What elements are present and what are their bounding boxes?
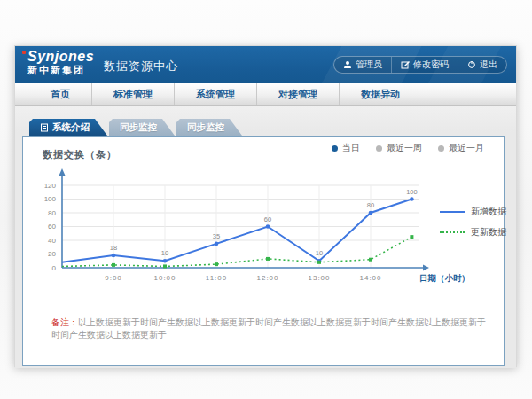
range-filter-1[interactable]: 最近一周 <box>376 142 422 154</box>
nav-item-0[interactable]: 首页 <box>29 83 91 105</box>
user-menu-item-2[interactable]: 退出 <box>458 57 506 73</box>
chart-y-axis-title: 数据交换（条） <box>43 148 117 161</box>
svg-text:20: 20 <box>48 250 56 258</box>
svg-text:80: 80 <box>48 209 56 217</box>
legend-label: 更新数据 <box>471 226 506 239</box>
tab-0[interactable]: 系统介绍 <box>29 119 107 136</box>
chart-panel: 当日最近一周最近一月 数据交换（条） 0204060801001209:0010… <box>22 136 505 366</box>
svg-text:10: 10 <box>316 249 323 257</box>
footnote: 备注：以上数据更新于时间产生数据以上数据更新于时间产生数据以上数据更新于时间产生… <box>51 317 488 341</box>
nav-item-1[interactable]: 标准管理 <box>91 83 174 105</box>
user-menu-label: 修改密码 <box>413 59 449 71</box>
range-filter-label: 最近一月 <box>449 142 484 154</box>
nav-item-4[interactable]: 数据异动 <box>339 83 421 105</box>
svg-text:18: 18 <box>110 244 117 252</box>
radio-icon <box>332 145 338 152</box>
power-icon <box>467 60 476 69</box>
svg-text:10:00: 10:00 <box>153 274 176 282</box>
radio-icon <box>438 145 444 152</box>
chart-svg: 0204060801001209:0010:0011:0012:0013:001… <box>28 163 472 296</box>
series-legend: 新增数据更新数据 <box>440 206 506 239</box>
footnote-text: 以上数据更新于时间产生数据以上数据更新于时间产生数据以上数据更新于时间产生数据以… <box>51 317 486 340</box>
svg-text:14:00: 14:00 <box>359 274 381 282</box>
svg-text:60: 60 <box>48 223 56 231</box>
range-filter-label: 最近一周 <box>387 142 422 154</box>
tab-label: 同步监控 <box>120 121 157 134</box>
svg-text:0: 0 <box>52 264 57 272</box>
main-nav: 首页标准管理系统管理对接管理数据异动 <box>15 83 516 106</box>
tab-label: 同步监控 <box>187 121 224 134</box>
svg-text:35: 35 <box>213 232 220 240</box>
svg-text:80: 80 <box>367 201 374 209</box>
range-filter-0[interactable]: 当日 <box>332 142 360 154</box>
app-header: Synjones 新中新集团 数据资源中心 管理员修改密码退出 <box>15 46 516 83</box>
tab-label: 系统介绍 <box>52 121 90 134</box>
edit-icon <box>401 60 410 69</box>
tab-2[interactable]: 同步监控 <box>176 119 242 136</box>
nav-item-2[interactable]: 系统管理 <box>174 83 256 105</box>
tab-1[interactable]: 同步监控 <box>109 119 175 136</box>
svg-text:10: 10 <box>161 249 168 257</box>
content-area: 系统介绍同步监控同步监控 当日最近一周最近一月 数据交换（条） 02040608… <box>15 106 516 368</box>
user-menu-item-1[interactable]: 修改密码 <box>391 57 458 73</box>
svg-text:9:00: 9:00 <box>105 274 122 282</box>
user-icon <box>343 60 352 69</box>
svg-text:日期（小时）: 日期（小时） <box>419 273 470 284</box>
range-filter-label: 当日 <box>342 142 360 154</box>
nav-item-3[interactable]: 对接管理 <box>256 83 339 105</box>
logo-accent-dot <box>22 51 26 54</box>
line-chart: 0204060801001209:0010:0011:0012:0013:001… <box>28 163 472 296</box>
legend-line-sample <box>440 231 465 233</box>
svg-text:13:00: 13:00 <box>308 274 330 282</box>
svg-text:60: 60 <box>264 215 271 223</box>
legend-item-1[interactable]: 更新数据 <box>440 226 506 239</box>
user-menu-label: 退出 <box>480 59 497 71</box>
legend-line-sample <box>440 211 465 213</box>
app-window: Synjones 新中新集团 数据资源中心 管理员修改密码退出 首页标准管理系统… <box>14 45 517 367</box>
doc-icon <box>40 123 49 132</box>
svg-text:100: 100 <box>406 188 418 196</box>
legend-item-0[interactable]: 新增数据 <box>440 206 506 218</box>
legend-label: 新增数据 <box>471 206 506 218</box>
range-filter-2[interactable]: 最近一月 <box>438 142 484 154</box>
page-title: 数据资源中心 <box>104 59 178 74</box>
radio-icon <box>376 145 382 152</box>
user-menu-label: 管理员 <box>356 59 382 71</box>
brand-logo: Synjones 新中新集团 <box>27 50 94 75</box>
range-filter-group: 当日最近一周最近一月 <box>332 142 484 154</box>
user-menu: 管理员修改密码退出 <box>333 56 507 74</box>
tab-bar: 系统介绍同步监控同步监控 <box>29 119 244 136</box>
svg-text:100: 100 <box>44 195 57 203</box>
svg-text:40: 40 <box>48 237 56 245</box>
svg-text:120: 120 <box>44 182 57 190</box>
logo-text: Synjones <box>27 50 94 65</box>
footnote-label: 备注： <box>51 317 78 327</box>
svg-text:12:00: 12:00 <box>256 274 278 282</box>
logo-subtitle: 新中新集团 <box>27 66 94 76</box>
user-menu-item-0[interactable]: 管理员 <box>334 57 391 73</box>
svg-text:11:00: 11:00 <box>206 274 227 282</box>
